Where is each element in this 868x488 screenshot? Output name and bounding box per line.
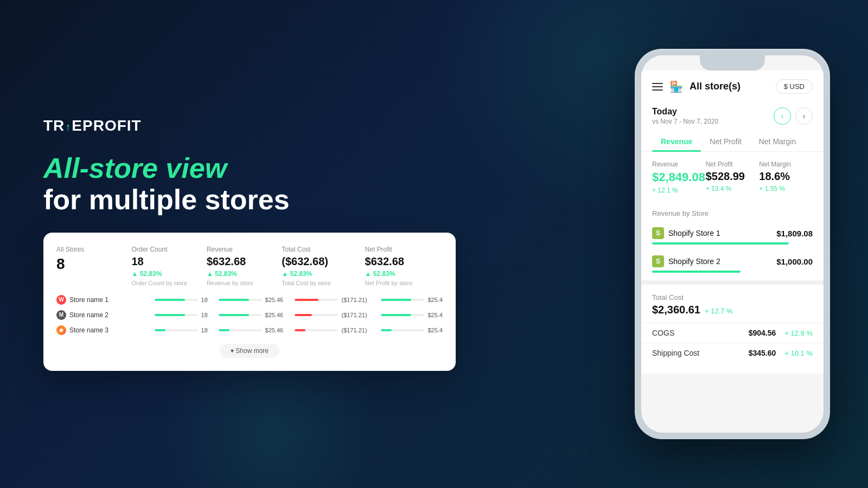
table-row: M Store name 2 18 $25.46 — [56, 310, 443, 320]
metric-revenue-value: $2,849.08 — [652, 170, 706, 184]
metric-net-margin-change: + 1.55 % — [759, 185, 813, 192]
show-more-row: ▾ Show more — [56, 344, 443, 358]
store-1-profit-cell: $25.4 — [367, 297, 443, 303]
show-more-button[interactable]: ▾ Show more — [220, 344, 279, 358]
headline-white: for multiple stores — [43, 184, 586, 215]
store-3-revenue: $25.46 — [265, 327, 284, 333]
section-divider — [641, 280, 824, 285]
phone-store-1-bar — [652, 242, 789, 245]
store-3-name: Store name 3 — [69, 326, 108, 334]
store-2-revenue-bar-row: $25.46 — [208, 312, 283, 318]
order-count-subtext: Order Count by store — [131, 280, 206, 286]
net-profit-percent: ▲ 52.83% — [365, 270, 443, 278]
phone-device: 🏪 All store(s) $ USD Today vs Nov 7 - No… — [635, 49, 830, 439]
store-2-revenue: $25.46 — [265, 312, 284, 318]
phone-date-sub: vs Nov 7 - Nov 7, 2020 — [652, 118, 718, 125]
currency-button[interactable]: $ USD — [776, 79, 813, 94]
order-count-percent: ▲ 52.83% — [131, 270, 206, 278]
store-1-cost-cell: ($171.21) — [283, 297, 367, 303]
cogs-label: COGS — [652, 329, 674, 337]
store-1-revenue-cell: $25.46 — [208, 297, 283, 303]
order-count-value: 18 — [131, 255, 206, 268]
store-1-order-bar-row: 18 — [132, 297, 207, 303]
store-2-cost-bar-row: ($171.21) — [283, 312, 367, 318]
prev-date-button[interactable]: ‹ — [774, 107, 791, 125]
phone-screen: 🏪 All store(s) $ USD Today vs Nov 7 - No… — [641, 70, 824, 374]
store-3-cost-cell: ($171.21) — [283, 327, 367, 333]
store-1-revenue-bar-row: $25.46 — [208, 297, 283, 303]
total-cost-section-title: Total Cost — [652, 293, 813, 301]
phone-store-2-label: Shopify Store 2 — [668, 257, 720, 266]
metric-net-profit-value: $528.99 — [706, 170, 760, 183]
left-section: TR↑EPROFIT All-store view for multiple s… — [0, 85, 618, 403]
shopify-icon-1: S — [652, 227, 664, 239]
store-2-revenue-cell: $25.46 — [208, 312, 283, 318]
revenue-by-store-title: Revenue by Store — [641, 203, 824, 222]
total-cost-subtext: Total Cost by store — [282, 280, 365, 286]
phone-store-1-value: $1,809.08 — [776, 229, 813, 238]
metric-revenue-change: + 12.1 % — [652, 187, 706, 194]
metric-net-margin-label: Net Margin — [759, 160, 813, 168]
hamburger-line — [652, 86, 663, 87]
shopify-icon-2: S — [652, 255, 664, 267]
phone-metrics: Revenue $2,849.08 + 12.1 % Net Profit $5… — [641, 152, 824, 203]
store-1-cost: ($171.21) — [341, 297, 367, 303]
store-1-cost-bar-row: ($171.21) — [283, 297, 367, 303]
store-2-order-bar-row: 18 — [132, 312, 207, 318]
phone-store-2-bar — [652, 271, 741, 273]
hamburger-line — [652, 83, 663, 84]
store-1-order-count: 18 — [201, 297, 208, 303]
date-navigation: ‹ › — [774, 107, 813, 125]
phone-notch — [700, 55, 765, 70]
store-2-cost-cell: ($171.21) — [283, 312, 367, 318]
store-2-cost: ($171.21) — [341, 312, 367, 318]
store-1-profit: $25.4 — [427, 297, 443, 303]
tab-revenue[interactable]: Revenue — [652, 132, 701, 151]
tab-net-profit[interactable]: Net Profit — [701, 132, 750, 151]
col-order-count: Order Count 18 ▲ 52.83% Order Count by s… — [131, 246, 206, 286]
hamburger-line — [652, 89, 663, 91]
store-3-profit-cell: $25.4 — [367, 327, 443, 333]
logo: TR↑EPROFIT — [43, 117, 586, 134]
cogs-right: $904.56 + 12.9 % — [749, 329, 813, 337]
store-3-order-count: 18 — [201, 327, 208, 333]
metric-net-profit-label: Net Profit — [706, 160, 760, 168]
total-cost-value: ($632.68) — [282, 255, 365, 268]
total-cost-change: + 12.7 % — [705, 307, 733, 315]
phone-date-block: Today vs Nov 7 - Nov 7, 2020 — [652, 107, 718, 125]
shipping-cost-label: Shipping Cost — [652, 349, 699, 357]
store-1-profit-bar-row: $25.4 — [367, 297, 443, 303]
col-total-cost: Total Cost ($632.68) ▲ 52.83% Total Cost… — [282, 246, 365, 286]
total-cost-label: Total Cost — [282, 246, 365, 253]
phone-header: 🏪 All store(s) $ USD — [641, 70, 824, 100]
menu-icon[interactable] — [652, 83, 663, 91]
store-3-cost: ($171.21) — [341, 327, 367, 333]
next-date-button[interactable]: › — [795, 107, 813, 125]
metric-net-margin: Net Margin 18.6% + 1.55 % — [759, 160, 813, 194]
metric-revenue-label: Revenue — [652, 160, 706, 168]
store-1-orders-cell: 18 — [132, 297, 207, 303]
cogs-change: + 12.9 % — [784, 329, 813, 337]
store-2-icon: M — [56, 310, 66, 320]
store-3-name-cell: ◈ Store name 3 — [56, 325, 132, 335]
shipping-cost-right: $345.60 + 10.1 % — [749, 349, 813, 357]
tab-net-margin[interactable]: Net Margin — [750, 132, 805, 151]
store-2-name: Store name 2 — [69, 311, 108, 319]
phone-store-2-name: S Shopify Store 2 — [652, 255, 720, 267]
store-1-revenue: $25.46 — [265, 297, 284, 303]
headline-green: All-store view — [43, 153, 586, 184]
col-all-stores: All Stores 8 — [56, 246, 131, 286]
table-card: All Stores 8 Order Count 18 ▲ 52.83% Ord… — [43, 233, 456, 371]
store-1-name-cell: W Store name 1 — [56, 295, 132, 305]
store-3-icon: ◈ — [56, 325, 66, 335]
phone-date-section: Today vs Nov 7 - Nov 7, 2020 ‹ › — [641, 100, 824, 132]
revenue-percent: ▲ 52.83% — [207, 270, 282, 278]
revenue-label: Revenue — [207, 246, 282, 253]
phone-store-2-header: S Shopify Store 2 $1,000.00 — [652, 255, 813, 267]
cogs-row: COGS $904.56 + 12.9 % — [641, 323, 824, 343]
phone-store-item-2: S Shopify Store 2 $1,000.00 — [641, 250, 824, 278]
store-2-profit: $25.4 — [427, 312, 443, 318]
table-row: ◈ Store name 3 18 $25.46 — [56, 325, 443, 335]
all-stores-value: 8 — [56, 255, 131, 273]
all-stores-label: All Stores — [56, 246, 131, 253]
